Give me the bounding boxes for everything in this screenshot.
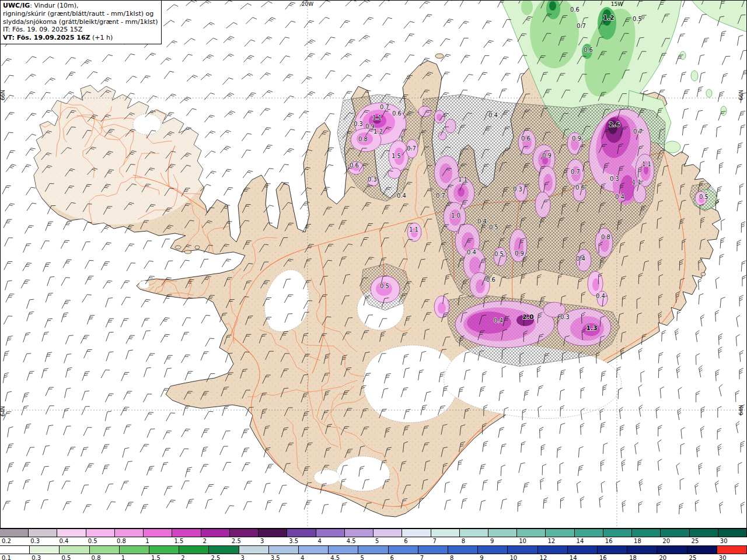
legend-cell xyxy=(568,546,598,554)
legend-cell xyxy=(488,529,517,537)
legend-tick-label: 5 xyxy=(360,555,364,560)
precip-value-label: 1.3 xyxy=(586,324,598,332)
precip-value-label: 0.7 xyxy=(407,145,416,152)
legend-cell xyxy=(345,529,374,537)
precip-value-label: 0.4 xyxy=(488,112,498,118)
legend-tick-label: 0.8 xyxy=(117,538,126,544)
island xyxy=(435,54,444,58)
legend-cell xyxy=(603,529,632,537)
svg-text:66N: 66N xyxy=(0,90,6,100)
precip-value-label: 0.6 xyxy=(486,276,495,283)
legend-tick-label: 20 xyxy=(662,538,670,544)
glacier-myrdalsjokull xyxy=(336,456,390,491)
legend-tick-label: 7 xyxy=(420,555,424,560)
legend-cell xyxy=(575,529,603,537)
legend-tick-label: 4 xyxy=(318,538,322,544)
precip-value-label: 1.1 xyxy=(372,114,382,121)
precip-value-label: 0.6 xyxy=(392,110,402,117)
legend-tick-label: 14 xyxy=(570,555,577,560)
precip-value-label: 0.3 xyxy=(560,314,570,320)
title-line: rigning/skúrir (grænt/blátt/rautt - mm/1… xyxy=(3,10,158,18)
legend-tick-label: 0.2 xyxy=(2,538,11,544)
legend-cell xyxy=(402,529,431,537)
legend-cell xyxy=(287,529,316,537)
legend-cell xyxy=(632,529,661,537)
legend-tick-label: 25 xyxy=(689,555,697,560)
legend-cell xyxy=(389,546,418,554)
legend-cell xyxy=(374,529,402,537)
title-box: UWC/IG: Vindur (10m),rigning/skúrir (græ… xyxy=(0,0,162,44)
legend-tick-label: 30 xyxy=(720,538,728,544)
legend: 0.20.30.40.50.811.522.533.544.5567891012… xyxy=(0,528,747,560)
precip-value-label: 0.4 xyxy=(615,194,624,200)
legend-cell xyxy=(201,529,230,537)
legend-tick-label: 25 xyxy=(692,538,699,544)
legend-tick-label: 3 xyxy=(241,555,245,560)
precip-value-label: 0.6 xyxy=(584,47,593,53)
legend-cell xyxy=(299,546,329,554)
legend-tick-label: 12 xyxy=(547,538,555,544)
legend-tick-label: 16 xyxy=(605,538,613,544)
legend-tick-label: 8 xyxy=(450,555,453,560)
precip-value-label: 1.1 xyxy=(642,161,651,167)
svg-text:64N: 64N xyxy=(738,405,744,415)
precip-value-label: 0.9 xyxy=(542,152,551,159)
precip-value-label: 1.5 xyxy=(392,153,401,159)
weather-map-screen: 0.60.71.20.50.60.70.61.10.30.91.20.80.71… xyxy=(0,0,747,560)
title-line: slydda/snjókoma (grátt/bleikt/grænt - mm… xyxy=(3,18,158,26)
legend-cell xyxy=(546,529,574,537)
island xyxy=(175,246,181,249)
legend-cell xyxy=(316,529,345,537)
precip-value-label: 0.6 xyxy=(521,135,530,142)
legend-tick-label: 0.8 xyxy=(92,555,101,560)
legend-cell xyxy=(259,529,287,537)
precip-value-label: 0.9 xyxy=(572,135,581,142)
legend-tick-label: 20 xyxy=(659,555,666,560)
sleet-snow-colorbar xyxy=(0,528,747,537)
legend-tick-label: 6 xyxy=(390,555,394,560)
precip-value-label: 0.6 xyxy=(350,162,359,169)
legend-cell xyxy=(57,529,86,537)
legend-cell xyxy=(478,546,508,554)
legend-cell xyxy=(29,529,57,537)
legend-cell xyxy=(538,546,568,554)
sleet-snow-colorbar-labels: 0.20.30.40.50.811.522.533.544.5567891012… xyxy=(0,537,747,545)
precip-value-label: 0.7 xyxy=(577,23,586,29)
legend-cell xyxy=(448,546,478,554)
legend-tick-label: 9 xyxy=(480,555,483,560)
legend-tick-label: 7 xyxy=(432,538,436,544)
glacier-snaefellsjokull xyxy=(139,281,149,289)
title-line: IT: Fös. 19. 09. 2025 15Z xyxy=(3,26,158,34)
legend-cell xyxy=(358,546,388,554)
legend-tick-label: 1.5 xyxy=(174,538,183,544)
legend-cell xyxy=(418,546,448,554)
legend-tick-label: 3 xyxy=(260,538,264,544)
precip-value-label: 0.4 xyxy=(494,317,503,324)
legend-tick-label: 0.5 xyxy=(88,538,97,544)
legend-cell xyxy=(508,546,537,554)
legend-tick-label: 10 xyxy=(519,538,526,544)
legend-cell xyxy=(30,546,60,554)
title-line: VT: Fös. 19.09.2025 16Z (+1 h) xyxy=(3,34,158,42)
precip-value-label: 0.4 xyxy=(576,256,585,262)
precip-value-label: 0.5 xyxy=(494,251,504,257)
legend-cell xyxy=(661,529,689,537)
precip-value-label: 0.4 xyxy=(477,218,487,225)
legend-cell xyxy=(687,546,717,554)
legend-cell xyxy=(86,529,115,537)
precip-value-label: 0.5 xyxy=(489,224,498,230)
precip-value-label: 0.5 xyxy=(380,283,389,289)
legend-tick-label: 18 xyxy=(629,555,637,560)
legend-cell xyxy=(179,546,209,554)
legend-cell xyxy=(239,546,269,554)
precip-value-label: 2.0 xyxy=(522,313,534,321)
legend-tick-label: 3.5 xyxy=(289,538,298,544)
legend-tick-label: 10 xyxy=(509,555,517,560)
legend-cell xyxy=(172,529,201,537)
precip-value-label: 0.8 xyxy=(601,234,610,240)
glacier-eyjafjallajokull xyxy=(314,470,340,485)
legend-tick-label: 2.5 xyxy=(211,555,220,560)
legend-cell xyxy=(517,529,546,537)
legend-tick-label: 5 xyxy=(375,538,379,544)
legend-tick-label: 4.5 xyxy=(330,555,340,560)
